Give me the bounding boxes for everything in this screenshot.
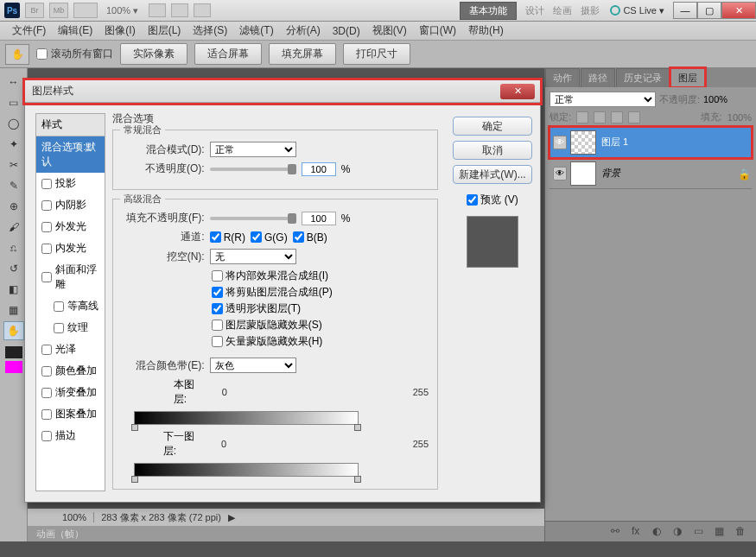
- lasso-tool-icon[interactable]: ◯: [3, 114, 24, 133]
- layer-row[interactable]: 👁 背景 🔒: [550, 158, 752, 189]
- vector-mask-hides-checkbox[interactable]: 矢量蒙版隐藏效果(H): [212, 334, 429, 349]
- layer-name[interactable]: 图层 1: [601, 136, 748, 149]
- style-item-drop-shadow[interactable]: 投影: [36, 173, 105, 194]
- link-layers-icon[interactable]: ⚯: [611, 525, 625, 539]
- fill-value[interactable]: 100%: [727, 112, 752, 123]
- style-item-color-overlay[interactable]: 颜色叠加: [36, 360, 105, 382]
- menu-help[interactable]: 帮助(H): [463, 22, 509, 40]
- fill-screen-button[interactable]: 填充屏幕: [269, 43, 336, 65]
- layer-blend-mode-select[interactable]: 正常: [550, 92, 656, 107]
- tab-layers[interactable]: 图层: [670, 68, 705, 87]
- extras-icon[interactable]: [194, 3, 211, 17]
- delete-layer-icon[interactable]: 🗑: [735, 525, 749, 539]
- layer-name[interactable]: 背景: [601, 167, 738, 180]
- hand-tool-icon-2[interactable]: ✋: [3, 321, 24, 340]
- blend-mode-select[interactable]: 正常: [210, 142, 296, 157]
- status-arrow-icon[interactable]: ▶: [228, 512, 235, 523]
- menu-3d[interactable]: 3D(D): [327, 23, 365, 39]
- layer-mask-hides-checkbox[interactable]: 图层蒙版隐藏效果(S): [212, 318, 429, 332]
- this-layer-gradient[interactable]: [134, 411, 359, 425]
- workspace-photography[interactable]: 摄影: [581, 4, 600, 17]
- layer-style-icon[interactable]: fx: [632, 525, 645, 539]
- style-item-inner-glow[interactable]: 内发光: [36, 237, 105, 259]
- marquee-tool-icon[interactable]: ▭: [3, 93, 24, 112]
- style-item-blending-options[interactable]: 混合选项:默认: [36, 136, 105, 173]
- new-layer-icon[interactable]: ▦: [715, 525, 728, 539]
- eraser-tool-icon[interactable]: ◧: [3, 280, 24, 299]
- screen-mode-icon[interactable]: [171, 3, 188, 17]
- style-item-gradient-overlay[interactable]: 渐变叠加: [36, 382, 105, 403]
- crop-tool-icon[interactable]: ✂: [3, 155, 24, 174]
- knockout-select[interactable]: 无: [210, 249, 296, 264]
- style-item-satin[interactable]: 光泽: [36, 339, 105, 360]
- menu-edit[interactable]: 编辑(E): [53, 22, 98, 40]
- style-item-outer-glow[interactable]: 外发光: [36, 216, 105, 237]
- style-item-contour[interactable]: 等高线: [36, 295, 105, 317]
- mini-bridge-icon[interactable]: Mb: [49, 3, 68, 18]
- group-icon[interactable]: ▭: [694, 525, 708, 539]
- menu-select[interactable]: 选择(S): [187, 22, 232, 40]
- menu-view[interactable]: 视图(V): [367, 22, 412, 40]
- new-style-button[interactable]: 新建样式(W)...: [453, 165, 532, 184]
- zoom-label[interactable]: 100% ▾: [106, 5, 138, 16]
- style-item-stroke[interactable]: 描边: [36, 425, 105, 446]
- opacity-slider[interactable]: [210, 168, 296, 171]
- gradient-tool-icon[interactable]: ▦: [3, 301, 24, 320]
- window-close-button[interactable]: ✕: [721, 2, 756, 19]
- view-extras-dropdown[interactable]: [73, 3, 98, 18]
- visibility-icon[interactable]: 👁: [553, 167, 567, 180]
- layer-row[interactable]: 👁 图层 1: [550, 127, 752, 158]
- style-item-pattern-overlay[interactable]: 图案叠加: [36, 403, 105, 425]
- fill-opacity-slider[interactable]: [210, 217, 296, 220]
- eyedropper-tool-icon[interactable]: ✎: [3, 176, 24, 195]
- menu-file[interactable]: 文件(F): [7, 22, 51, 40]
- blend-interior-checkbox[interactable]: 将内部效果混合成组(I): [212, 269, 429, 283]
- channel-g-checkbox[interactable]: G(G): [251, 231, 288, 244]
- visibility-icon[interactable]: 👁: [553, 136, 567, 149]
- menu-window[interactable]: 窗口(W): [414, 22, 461, 40]
- healing-tool-icon[interactable]: ⊕: [3, 197, 24, 216]
- blend-if-select[interactable]: 灰色: [210, 358, 296, 373]
- menu-analysis[interactable]: 分析(A): [281, 22, 326, 40]
- channel-b-checkbox[interactable]: B(B): [293, 231, 327, 244]
- preview-checkbox[interactable]: 预览 (V): [467, 193, 518, 207]
- window-minimize-button[interactable]: —: [673, 2, 697, 19]
- animation-panel-tab[interactable]: 动画（帧）: [28, 526, 544, 541]
- style-item-inner-shadow[interactable]: 内阴影: [36, 194, 105, 216]
- stamp-tool-icon[interactable]: ⎌: [3, 238, 24, 257]
- layer-thumb[interactable]: [570, 130, 596, 155]
- fill-opacity-input[interactable]: [302, 212, 336, 225]
- tab-history[interactable]: 历史记录: [616, 68, 670, 87]
- lock-position-icon[interactable]: [611, 111, 623, 123]
- ok-button[interactable]: 确定: [453, 117, 532, 136]
- channel-r-checkbox[interactable]: R(R): [210, 231, 245, 244]
- tab-paths[interactable]: 路径: [581, 68, 615, 87]
- dialog-close-button[interactable]: ✕: [500, 84, 535, 99]
- opacity-value[interactable]: 100%: [703, 94, 752, 104]
- tab-actions[interactable]: 动作: [545, 68, 580, 87]
- menu-layer[interactable]: 图层(L): [143, 22, 187, 40]
- brush-tool-icon[interactable]: 🖌: [3, 218, 24, 237]
- scroll-all-windows-checkbox[interactable]: 滚动所有窗口: [36, 47, 113, 61]
- lock-pixels-icon[interactable]: [594, 111, 606, 123]
- lock-all-icon[interactable]: [628, 111, 640, 123]
- foreground-color[interactable]: [5, 346, 22, 358]
- status-zoom[interactable]: 100%: [62, 512, 94, 522]
- style-item-bevel-emboss[interactable]: 斜面和浮雕: [36, 259, 105, 295]
- background-color[interactable]: [5, 361, 22, 373]
- workspace-painting[interactable]: 绘画: [553, 4, 572, 17]
- opacity-input[interactable]: [302, 162, 336, 176]
- menu-image[interactable]: 图像(I): [99, 22, 140, 40]
- window-maximize-button[interactable]: ▢: [697, 2, 721, 19]
- dialog-title-bar[interactable]: 图层样式 ✕: [25, 80, 540, 103]
- history-brush-icon[interactable]: ↺: [3, 259, 24, 278]
- actual-pixels-button[interactable]: 实际像素: [120, 43, 187, 65]
- layer-mask-icon[interactable]: ◐: [652, 525, 666, 539]
- wand-tool-icon[interactable]: ✦: [3, 135, 24, 154]
- lock-transparency-icon[interactable]: [576, 111, 588, 123]
- workspace-essentials[interactable]: 基本功能: [460, 2, 517, 20]
- workspace-design[interactable]: 设计: [525, 4, 544, 17]
- style-item-texture[interactable]: 纹理: [36, 317, 105, 339]
- cancel-button[interactable]: 取消: [453, 141, 532, 160]
- underlying-layer-gradient[interactable]: [134, 463, 359, 477]
